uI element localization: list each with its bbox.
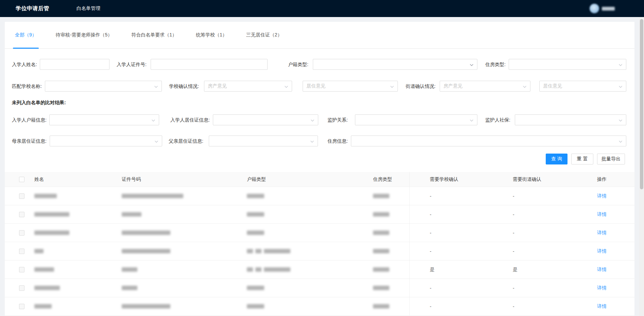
street-confirm-cell: - — [513, 224, 514, 242]
detail-link[interactable]: 详情 — [597, 285, 607, 291]
student-id-number-label: 入学人证件号: — [117, 59, 147, 70]
app-header: 学位申请后管 白名单管理 — [0, 0, 644, 17]
housing-type-select[interactable] — [509, 59, 626, 70]
chevron-down-icon — [618, 118, 623, 124]
row-select-cell — [19, 297, 24, 315]
action-cell: 详情 — [597, 260, 607, 279]
street-confirm-2-placeholder: 居住意见 — [543, 83, 562, 89]
chevron-down-icon — [310, 118, 315, 124]
father-residence-select[interactable] — [209, 136, 318, 146]
row-select-cell — [19, 187, 24, 205]
table-row: --详情 — [5, 279, 634, 297]
mother-residence-select[interactable] — [50, 136, 162, 146]
chevron-down-icon — [310, 139, 315, 145]
student-id-number-input[interactable] — [151, 59, 268, 70]
school-confirm-cell: - — [430, 297, 431, 315]
id-number-cell-redacted — [122, 224, 170, 242]
row-checkbox[interactable] — [19, 212, 24, 217]
name-cell-redacted — [34, 224, 69, 242]
street-confirm-placeholder: 房产意见 — [443, 83, 462, 89]
student-residence-label: 入学人居住证信息: — [170, 114, 210, 125]
matched-school-select[interactable] — [45, 81, 162, 92]
export-button[interactable]: 批量导出 — [597, 154, 625, 164]
row-select-cell — [19, 260, 24, 279]
column-header-4: 需要学校确认 — [430, 172, 458, 187]
household-type-cell-redacted — [247, 242, 290, 260]
table-row: 是是详情 — [5, 260, 634, 279]
search-button[interactable]: 查 询 — [546, 154, 567, 164]
tab-2[interactable]: 符合白名单要求（1） — [131, 22, 177, 48]
table-row: --详情 — [5, 187, 634, 205]
name-cell-redacted — [34, 260, 54, 279]
row-checkbox[interactable] — [19, 285, 24, 291]
student-residence-select[interactable] — [213, 114, 318, 125]
row-checkbox[interactable] — [19, 249, 24, 254]
avatar[interactable] — [590, 4, 599, 13]
results-table: 姓名证件号码户籍类型住房类型需要学校确认需要街道确认操作 --详情--详情--详… — [5, 172, 634, 316]
column-header-6: 操作 — [597, 172, 607, 187]
select-all-checkbox[interactable] — [19, 177, 24, 182]
chevron-down-icon — [469, 63, 474, 68]
household-type-label: 户籍类型: — [288, 59, 308, 70]
housing-info-label: 住房信息: — [327, 136, 348, 146]
detail-link[interactable]: 详情 — [597, 193, 607, 199]
top-nav: 白名单管理 — [75, 0, 102, 17]
name-cell-redacted — [34, 242, 44, 260]
detail-link[interactable]: 详情 — [597, 211, 607, 218]
row-checkbox[interactable] — [19, 230, 24, 236]
street-confirm-select[interactable]: 房产意见 — [440, 81, 530, 92]
column-header-0: 姓名 — [34, 172, 44, 187]
id-number-cell-redacted — [122, 205, 141, 223]
housing-type-label: 住房类型: — [485, 59, 506, 70]
name-cell-redacted — [34, 279, 60, 297]
detail-link[interactable]: 详情 — [597, 230, 607, 236]
user-menu[interactable] — [590, 0, 630, 17]
tab-1[interactable]: 待审核-需要老师操作（5） — [56, 22, 112, 48]
school-confirm-cell: - — [430, 224, 431, 242]
household-type-select[interactable] — [313, 59, 477, 70]
reset-button[interactable]: 重 置 — [571, 154, 593, 164]
school-confirm-2-select[interactable]: 居住意见 — [303, 81, 398, 92]
action-cell: 详情 — [597, 224, 607, 242]
table-header-row: 姓名证件号码户籍类型住房类型需要学校确认需要街道确认操作 — [5, 172, 634, 187]
page-scrollbar[interactable] — [639, 17, 644, 316]
household-type-cell-redacted — [247, 297, 264, 315]
chevron-down-icon — [390, 84, 394, 90]
detail-link[interactable]: 详情 — [597, 267, 607, 273]
school-confirm-cell: - — [430, 187, 431, 205]
nav-item-0[interactable]: 白名单管理 — [75, 0, 102, 17]
guardian-social-select[interactable] — [515, 114, 626, 125]
tab-4[interactable]: 三无居住证（2） — [246, 22, 282, 48]
detail-link[interactable]: 详情 — [597, 248, 607, 254]
row-checkbox[interactable] — [19, 304, 24, 309]
row-checkbox[interactable] — [19, 267, 24, 272]
street-confirm-cell: - — [513, 242, 514, 260]
student-household-select[interactable] — [49, 114, 159, 125]
detail-link[interactable]: 详情 — [597, 303, 607, 310]
housing-info-select[interactable] — [351, 136, 626, 146]
table-row: --详情 — [5, 224, 634, 242]
tab-3[interactable]: 统筹学校（1） — [196, 22, 227, 48]
housing-type-cell-redacted — [373, 279, 389, 297]
school-confirm-cell: - — [430, 279, 431, 297]
school-confirm-label: 学校确认情况: — [169, 81, 199, 92]
school-confirm-select[interactable]: 房产意见 — [204, 81, 292, 92]
app-title: 学位申请后管 — [16, 5, 49, 12]
student-name-input[interactable] — [40, 59, 109, 70]
row-checkbox[interactable] — [19, 193, 24, 199]
scrollbar-thumb[interactable] — [640, 19, 643, 189]
chevron-down-icon — [154, 139, 159, 145]
chevron-down-icon — [522, 84, 527, 90]
chevron-down-icon — [151, 118, 156, 124]
chevron-down-icon — [618, 63, 623, 68]
student-household-label: 入学人户籍信息: — [12, 114, 47, 125]
household-type-cell-redacted — [247, 187, 264, 205]
action-cell: 详情 — [597, 279, 607, 297]
action-cell: 详情 — [597, 242, 607, 260]
guardian-relation-select[interactable] — [355, 114, 477, 125]
tab-0[interactable]: 全部（9） — [15, 22, 37, 48]
street-confirm-2-select[interactable]: 居住意见 — [539, 81, 626, 92]
student-name-label: 入学人姓名: — [12, 59, 37, 70]
housing-type-cell-redacted — [373, 205, 389, 223]
column-header-2: 户籍类型 — [247, 172, 266, 187]
